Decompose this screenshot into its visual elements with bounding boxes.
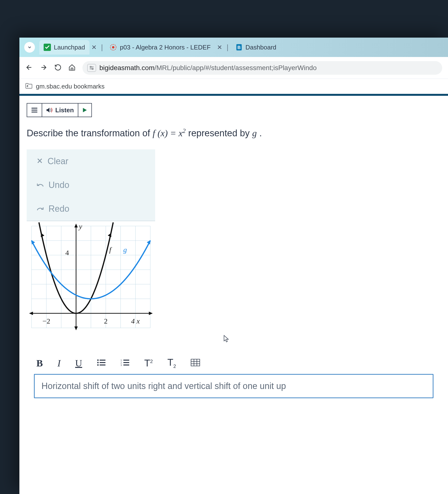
table-button[interactable] [191, 358, 200, 369]
table-icon [191, 359, 200, 366]
bullet-list-icon [97, 359, 106, 366]
page-content: Listen Describe the transformation of f … [19, 96, 448, 406]
svg-marker-41 [74, 326, 78, 330]
svg-text:g: g [123, 246, 127, 254]
svg-point-2 [112, 46, 114, 49]
bold-button[interactable]: B [36, 358, 43, 369]
undo-label: Undo [48, 180, 69, 190]
svg-rect-65 [191, 359, 200, 366]
bookmark-label[interactable]: gm.sbac.edu bookmarks [36, 83, 105, 90]
browser-toolbar: bigideasmath.com/MRL/public/app/#/studen… [19, 57, 448, 79]
graph-panel: Clear Undo Redo y4fg−224 x [27, 149, 155, 338]
url-text: bigideasmath.com/MRL/public/app/#/studen… [99, 64, 317, 72]
bullet-list-button[interactable] [97, 358, 106, 369]
listen-toolbar: Listen [27, 103, 441, 117]
svg-rect-56 [100, 362, 106, 363]
svg-point-11 [92, 68, 93, 69]
rich-text-toolbar: B I U 123 T2 T2 [27, 350, 441, 374]
bookmark-folder-icon[interactable] [25, 82, 33, 90]
svg-point-55 [97, 362, 99, 363]
chart-container: y4fg−224 x [27, 221, 155, 338]
reload-icon [54, 64, 61, 71]
svg-marker-38 [29, 312, 33, 315]
svg-text:f: f [109, 246, 112, 254]
svg-text:y: y [78, 222, 82, 230]
tab-list-button[interactable] [24, 42, 35, 53]
play-icon [83, 107, 87, 113]
svg-marker-42 [39, 232, 44, 237]
home-icon [68, 64, 76, 71]
home-button[interactable] [68, 64, 76, 72]
browser-tab-strip: Launchpad ✕ | p03 - Algebra 2 Honors - L… [19, 37, 448, 57]
svg-point-12 [27, 86, 28, 87]
answer-textarea[interactable]: Horizontal shift of two units right and … [34, 374, 434, 398]
svg-marker-44 [30, 239, 35, 245]
tab-separator: | [224, 43, 231, 51]
site-settings-icon[interactable] [87, 64, 96, 72]
arrow-left-icon [25, 63, 33, 71]
forward-button[interactable] [40, 63, 48, 72]
play-button[interactable] [78, 103, 92, 117]
listen-label: Listen [55, 106, 74, 114]
browser-tab-canvas[interactable]: p03 - Algebra 2 Honors - LEDEF [105, 40, 215, 55]
tab-title: p03 - Algebra 2 Honors - LEDEF [120, 44, 210, 51]
svg-marker-37 [149, 312, 153, 315]
undo-button[interactable]: Undo [27, 173, 155, 197]
back-button[interactable] [25, 63, 33, 72]
svg-marker-16 [83, 108, 87, 112]
svg-text:B: B [237, 45, 241, 50]
canvas-favicon-icon [109, 44, 117, 51]
menu-button[interactable] [27, 103, 42, 117]
subscript-button[interactable]: T2 [167, 357, 176, 369]
redo-button[interactable]: Redo [27, 197, 155, 221]
svg-text:4 x: 4 x [131, 317, 140, 325]
hamburger-icon [31, 107, 38, 113]
svg-marker-43 [108, 232, 113, 237]
tab-title: Launchpad [54, 44, 85, 51]
clear-label: Clear [48, 156, 68, 166]
svg-marker-40 [74, 223, 78, 227]
speaker-icon [46, 107, 53, 113]
bookmarks-bar: gm.sbac.edu bookmarks [19, 79, 448, 96]
svg-rect-58 [100, 365, 106, 365]
address-bar[interactable]: bigideasmath.com/MRL/public/app/#/studen… [83, 61, 442, 75]
svg-point-9 [90, 66, 91, 67]
redo-icon [36, 204, 44, 214]
x-icon [36, 156, 43, 166]
svg-text:3: 3 [121, 364, 122, 366]
svg-rect-54 [100, 360, 106, 361]
question-text: Describe the transformation of f (x) = x… [27, 127, 441, 140]
redo-label: Redo [48, 204, 69, 214]
svg-text:4: 4 [65, 248, 69, 257]
cursor-icon [223, 335, 230, 344]
svg-rect-7 [71, 68, 73, 70]
reload-button[interactable] [54, 64, 61, 72]
numbered-list-button[interactable]: 123 [121, 358, 130, 369]
svg-point-57 [97, 364, 99, 366]
tab-title: Dashboard [246, 44, 276, 51]
launchpad-favicon-icon [44, 44, 51, 51]
italic-button[interactable]: I [58, 358, 61, 369]
svg-text:−2: −2 [42, 317, 50, 325]
answer-text: Horizontal shift of two units right and … [41, 381, 286, 391]
undo-icon [36, 180, 44, 190]
bigideas-favicon-icon: B [235, 44, 243, 51]
tab-close-button[interactable]: ✕ [215, 44, 224, 51]
arrow-right-icon [40, 63, 48, 71]
tab-separator: | [99, 43, 106, 51]
browser-tab-launchpad[interactable]: Launchpad [39, 40, 89, 55]
svg-rect-60 [123, 360, 129, 361]
svg-point-53 [97, 359, 99, 361]
svg-text:2: 2 [104, 317, 108, 325]
underline-button[interactable]: U [75, 358, 82, 369]
svg-marker-45 [147, 239, 152, 245]
svg-rect-64 [123, 365, 129, 365]
superscript-button[interactable]: T2 [144, 358, 153, 369]
numbered-list-icon: 123 [121, 359, 130, 366]
clear-button[interactable]: Clear [27, 149, 155, 173]
svg-rect-62 [123, 362, 129, 363]
chevron-down-icon [27, 45, 32, 50]
listen-button[interactable]: Listen [42, 103, 78, 117]
tab-close-button[interactable]: ✕ [89, 44, 99, 51]
browser-tab-dashboard[interactable]: B Dashboard [231, 40, 281, 55]
